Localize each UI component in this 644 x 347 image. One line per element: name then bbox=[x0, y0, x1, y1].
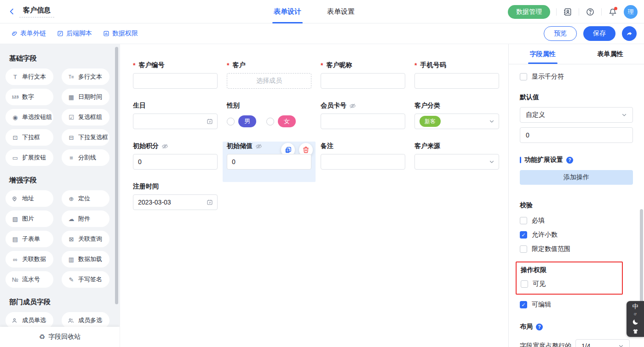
field-label: 客户昵称 bbox=[326, 61, 352, 69]
sidebar-scrollbar[interactable] bbox=[115, 47, 118, 304]
contacts-book-icon[interactable] bbox=[563, 7, 573, 17]
panel-scrollbar[interactable] bbox=[640, 209, 643, 303]
field-width-select[interactable]: 1/4 bbox=[575, 339, 630, 347]
checkbox-icon[interactable] bbox=[520, 73, 527, 80]
field-birthday[interactable]: 生日 bbox=[133, 101, 218, 142]
chevron-down-icon bbox=[621, 112, 627, 118]
thousand-separator-checkbox[interactable]: 显示千分符 bbox=[520, 73, 633, 81]
visible-checkbox[interactable]: 可见 bbox=[521, 280, 617, 288]
field-customer[interactable]: *客户 选择成员 bbox=[227, 61, 311, 101]
nickname-input[interactable] bbox=[321, 73, 405, 89]
field-type-extend-button[interactable]: ▭扩展按钮 bbox=[6, 149, 53, 166]
field-nickname[interactable]: *客户昵称 bbox=[321, 61, 405, 101]
operation-permission-title: 操作权限 bbox=[521, 266, 617, 274]
field-type-data-load[interactable]: ▥数据加载 bbox=[62, 251, 109, 267]
field-gender[interactable]: 性别 男 女 bbox=[227, 101, 311, 142]
form-external-link[interactable]: 表单外链 bbox=[11, 29, 46, 38]
radio-icon[interactable] bbox=[266, 118, 274, 125]
field-register-time[interactable]: 注册时间 2023-03-03 bbox=[133, 182, 218, 222]
customer-no-input[interactable] bbox=[133, 73, 218, 89]
radio-icon[interactable] bbox=[227, 118, 235, 125]
birthday-input[interactable] bbox=[133, 114, 218, 129]
field-type-address[interactable]: 地址 bbox=[6, 190, 53, 207]
field-type-subform[interactable]: ▤子表单 bbox=[6, 231, 53, 247]
field-type-member-multi[interactable]: 成员多选 bbox=[62, 312, 109, 329]
editable-checkbox[interactable]: 可编辑 bbox=[520, 301, 633, 309]
user-avatar[interactable]: 理 bbox=[624, 5, 638, 19]
remark-input[interactable] bbox=[321, 154, 405, 170]
init-balance-input[interactable]: 0 bbox=[227, 154, 311, 170]
tab-form-design[interactable]: 表单设计 bbox=[274, 0, 301, 23]
checkbox-icon[interactable] bbox=[520, 245, 527, 253]
register-time-input[interactable]: 2023-03-03 bbox=[133, 194, 218, 210]
init-points-input[interactable]: 0 bbox=[133, 154, 218, 170]
field-type-multi-select[interactable]: ⊟下拉复选框 bbox=[62, 129, 109, 146]
field-recycle-bin[interactable]: ♻ 字段回收站 bbox=[0, 327, 120, 347]
add-operation-button[interactable]: 添加操作 bbox=[520, 170, 633, 185]
checkbox-icon[interactable] bbox=[521, 280, 528, 288]
notification-bell-icon[interactable] bbox=[608, 7, 618, 17]
source-select[interactable] bbox=[414, 154, 499, 170]
category-select[interactable]: 新客 bbox=[414, 114, 499, 129]
field-type-linked-data[interactable]: ∞关联数据 bbox=[6, 251, 53, 267]
field-type-linked-query[interactable]: ⊠关联查询 bbox=[62, 231, 109, 247]
shirt-icon[interactable] bbox=[632, 328, 639, 335]
field-init-balance-selected[interactable]: 初始储值 0 bbox=[223, 142, 316, 182]
field-customer-no[interactable]: *客户编号 bbox=[133, 61, 218, 101]
highlight-red-box: 操作权限 可见 bbox=[516, 262, 623, 295]
field-member-card[interactable]: 会员卡号 bbox=[321, 101, 405, 142]
field-type-attachment[interactable]: ☁附件 bbox=[62, 210, 109, 227]
gender-option-female[interactable]: 女 bbox=[266, 115, 296, 127]
field-type-number[interactable]: 123数字 bbox=[6, 89, 53, 105]
data-permission-link[interactable]: 数据权限 bbox=[103, 29, 138, 38]
field-type-datetime[interactable]: ▦日期时间 bbox=[62, 89, 109, 105]
properties-panel: 字段属性 表单属性 显示千分符 默认值 自定义 0 功能扩展设置 ? 添加操作 … bbox=[508, 44, 644, 347]
field-type-checkbox-group[interactable]: ☑复选框组 bbox=[62, 109, 109, 125]
field-phone[interactable]: *手机号码 bbox=[414, 61, 499, 101]
help-circle-icon[interactable]: ? bbox=[566, 157, 573, 164]
member-picker[interactable]: 选择成员 bbox=[227, 73, 311, 89]
field-type-location[interactable]: ⊕定位 bbox=[62, 190, 109, 207]
field-type-divider[interactable]: ≡分割线 bbox=[62, 149, 109, 166]
field-type-select[interactable]: ⊡下拉框 bbox=[6, 129, 53, 146]
field-init-points[interactable]: 初始积分 0 bbox=[133, 142, 218, 182]
gender-option-male[interactable]: 男 bbox=[227, 115, 256, 127]
preview-button[interactable]: 预览 bbox=[544, 26, 577, 41]
field-remark[interactable]: 备注 bbox=[321, 142, 405, 182]
translate-icon[interactable]: 中 bbox=[632, 303, 638, 309]
help-circle-icon[interactable]: ? bbox=[536, 324, 543, 330]
required-checkbox[interactable]: 必填 bbox=[520, 216, 633, 225]
allow-decimal-checkbox[interactable]: 允许小数 bbox=[520, 231, 633, 239]
field-type-member-single[interactable]: 成员单选 bbox=[6, 312, 53, 329]
default-value-input[interactable]: 0 bbox=[520, 127, 633, 143]
field-type-multi-line-text[interactable]: T≡多行文本 bbox=[62, 68, 109, 85]
default-value-type-select[interactable]: 自定义 bbox=[520, 107, 633, 123]
checkbox-checked-icon[interactable] bbox=[520, 231, 527, 239]
trash-icon bbox=[302, 146, 310, 154]
back-button[interactable] bbox=[8, 8, 16, 15]
share-button[interactable] bbox=[622, 26, 637, 41]
field-type-image[interactable]: ▧图片 bbox=[6, 210, 53, 227]
field-type-signature[interactable]: ✎手写签名 bbox=[62, 271, 109, 288]
field-type-serial-number[interactable]: №流水号 bbox=[6, 271, 53, 288]
tab-field-properties[interactable]: 字段属性 bbox=[509, 44, 576, 64]
field-source[interactable]: 客户来源 bbox=[414, 142, 499, 182]
backend-script-link[interactable]: 后端脚本 bbox=[57, 29, 92, 38]
tab-form-properties[interactable]: 表单属性 bbox=[576, 44, 644, 64]
limit-range-checkbox[interactable]: 限定数值范围 bbox=[520, 245, 633, 253]
field-type-radio-group[interactable]: ◉单选按钮组 bbox=[6, 109, 53, 125]
checkbox-icon[interactable] bbox=[520, 217, 527, 224]
calendar-icon: ▦ bbox=[68, 94, 75, 101]
field-type-single-line-text[interactable]: T单行文本 bbox=[6, 68, 53, 85]
moon-icon[interactable] bbox=[632, 319, 639, 325]
member-card-input[interactable] bbox=[321, 114, 405, 129]
help-icon[interactable] bbox=[585, 7, 595, 17]
data-manage-button[interactable]: 数据管理 bbox=[508, 5, 550, 19]
field-category[interactable]: 客户分类 新客 bbox=[414, 101, 499, 142]
save-button[interactable]: 保存 bbox=[583, 26, 615, 41]
form-title[interactable]: 客户信息 bbox=[19, 6, 54, 17]
small-glyph-icon[interactable]: ơ bbox=[634, 312, 637, 316]
checkbox-checked-icon[interactable] bbox=[520, 301, 527, 308]
phone-input[interactable] bbox=[414, 73, 499, 89]
tab-form-settings[interactable]: 表单设置 bbox=[327, 0, 355, 23]
